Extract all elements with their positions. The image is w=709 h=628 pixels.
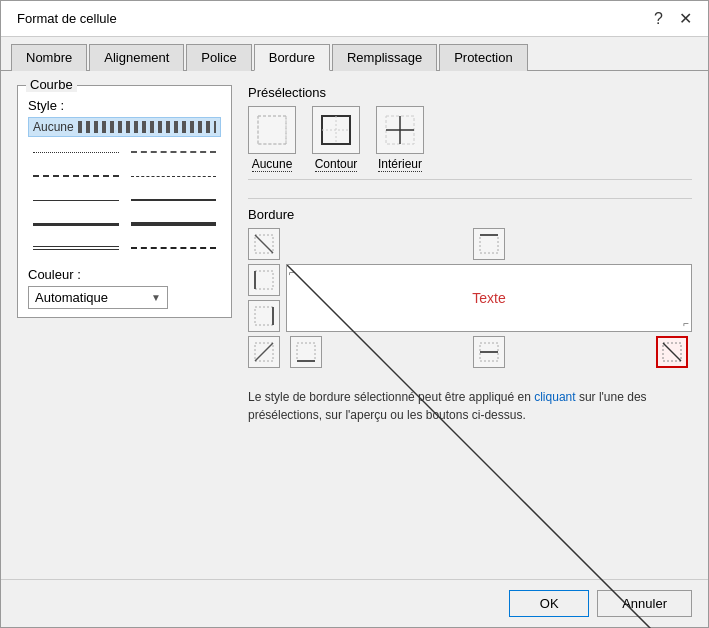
color-value: Automatique (35, 290, 108, 305)
main-row: Courbe Style : Aucune (17, 85, 692, 565)
preset-interieur-icon (376, 106, 424, 154)
tab-nombre[interactable]: Nombre (11, 44, 87, 71)
border-section: Bordure (248, 198, 692, 368)
preset-interieur-item[interactable]: Intérieur (376, 106, 424, 171)
close-button[interactable]: ✕ (675, 9, 696, 28)
style-section: Style : Aucune (28, 98, 221, 259)
svg-line-21 (287, 265, 691, 628)
tab-alignement[interactable]: Alignement (89, 44, 184, 71)
tab-protection[interactable]: Protection (439, 44, 528, 71)
border-btn-right[interactable] (248, 300, 280, 332)
preset-none-icon (248, 106, 296, 154)
preset-none-item[interactable]: Aucune (248, 106, 296, 171)
tab-remplissage[interactable]: Remplissage (332, 44, 437, 71)
border-buttons-left (248, 228, 280, 368)
border-btn-left[interactable] (248, 264, 280, 296)
style-dashed-left[interactable] (28, 165, 124, 187)
style-dash-dot-right[interactable] (126, 141, 222, 163)
aucune-text: Aucune (33, 120, 74, 134)
style-thin-left[interactable] (28, 189, 124, 211)
svg-line-12 (255, 235, 273, 253)
help-button[interactable]: ? (650, 10, 667, 28)
top-border-buttons (286, 228, 692, 260)
style-grid (28, 141, 221, 259)
format-cellule-dialog: Format de cellule ? ✕ Nombre Alignement … (0, 0, 709, 628)
svg-line-18 (255, 343, 273, 361)
style-dash-dot2-right[interactable] (126, 165, 222, 187)
style-thick2-right[interactable] (126, 213, 222, 235)
style-thick-left[interactable] (28, 213, 124, 235)
preview-and-bottom: ⌐ ⌐ Texte (286, 228, 692, 368)
main-content: Courbe Style : Aucune (1, 71, 708, 579)
divider (248, 179, 692, 180)
border-diag-tl2-icon (253, 341, 275, 363)
style-double-left[interactable] (28, 237, 124, 259)
style-label: Style : (28, 98, 221, 113)
preset-contour-item[interactable]: Contour (312, 106, 360, 171)
color-section: Couleur : Automatique ▼ (28, 267, 221, 309)
preset-none-svg (254, 112, 290, 148)
right-panel: Présélections (248, 85, 692, 565)
svg-rect-0 (258, 116, 286, 144)
preset-contour-svg (318, 112, 354, 148)
border-preview[interactable]: ⌐ ⌐ Texte (286, 264, 692, 332)
svg-rect-15 (255, 307, 273, 325)
preset-interieur-label: Intérieur (378, 157, 422, 171)
border-diagonal-tl-icon (253, 233, 275, 255)
none-dash-sample (78, 121, 216, 133)
tab-police[interactable]: Police (186, 44, 251, 71)
preview-diagonal-svg (287, 265, 691, 628)
style-none-row[interactable]: Aucune (28, 117, 221, 137)
preview-text: Texte (472, 290, 505, 306)
border-left-icon (253, 269, 275, 291)
preset-none-label: Aucune (252, 157, 293, 171)
border-right-icon (253, 305, 275, 327)
border-btn-top[interactable] (473, 228, 505, 260)
left-panel: Courbe Style : Aucune (17, 85, 232, 565)
preset-contour-icon (312, 106, 360, 154)
style-dashed-thick-right[interactable] (126, 237, 222, 259)
tab-bar: Nombre Alignement Police Bordure Remplis… (1, 37, 708, 71)
preset-contour-label: Contour (315, 157, 358, 171)
color-dropdown[interactable]: Automatique ▼ (28, 286, 168, 309)
border-btn-diagonal-tl[interactable] (248, 228, 280, 260)
courbe-group: Courbe Style : Aucune (17, 85, 232, 318)
style-medium-right[interactable] (126, 189, 222, 211)
border-btn-diag-tl2[interactable] (248, 336, 280, 368)
color-label: Couleur : (28, 267, 221, 282)
border-title: Bordure (248, 198, 692, 222)
presets-section: Présélections (248, 85, 692, 188)
style-dotted-fine-left[interactable] (28, 141, 124, 163)
border-area: ⌐ ⌐ Texte (248, 228, 692, 368)
presets-title: Présélections (248, 85, 692, 100)
svg-rect-19 (480, 235, 498, 253)
group-label-courbe: Courbe (26, 77, 77, 92)
dialog-title: Format de cellule (17, 11, 117, 26)
presets-row: Aucune (248, 106, 692, 171)
border-top-icon (478, 233, 500, 255)
preset-interieur-svg (382, 112, 418, 148)
svg-rect-13 (255, 271, 273, 289)
tab-bordure[interactable]: Bordure (254, 44, 330, 71)
title-bar: Format de cellule ? ✕ (1, 1, 708, 37)
dropdown-arrow-icon: ▼ (151, 292, 161, 303)
title-bar-controls: ? ✕ (650, 9, 696, 28)
